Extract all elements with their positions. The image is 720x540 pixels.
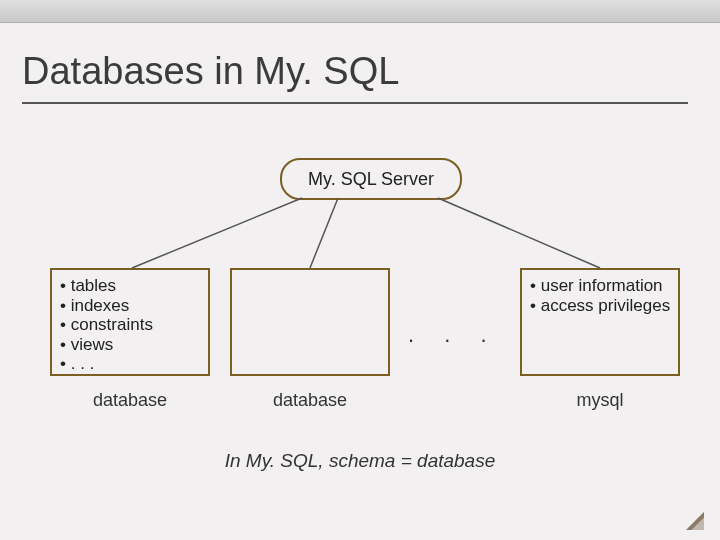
list-item: user information (530, 276, 676, 296)
window-topbar (0, 0, 720, 23)
database-box-1: tables indexes constraints views . . . (50, 268, 210, 376)
title-underline (22, 102, 688, 104)
slide-title: Databases in My. SQL (22, 50, 399, 93)
svg-line-0 (132, 198, 302, 268)
svg-line-1 (310, 198, 338, 268)
page-turn-icon (686, 512, 704, 530)
list-item: access privileges (530, 296, 676, 316)
mysql-box-label: mysql (520, 390, 680, 411)
list-item: views (60, 335, 206, 355)
database-box-2 (230, 268, 390, 376)
mysql-box: user information access privileges (520, 268, 680, 376)
list-item: . . . (60, 354, 206, 374)
svg-line-2 (438, 198, 600, 268)
ellipsis-icon: . . . (408, 322, 499, 348)
database-box-1-label: database (50, 390, 210, 411)
server-node: My. SQL Server (280, 158, 462, 200)
list-item: constraints (60, 315, 206, 335)
mysql-box-list: user information access privileges (524, 276, 676, 315)
list-item: indexes (60, 296, 206, 316)
slide-caption: In My. SQL, schema = database (0, 450, 720, 472)
list-item: tables (60, 276, 206, 296)
database-box-1-list: tables indexes constraints views . . . (54, 276, 206, 374)
database-box-2-label: database (230, 390, 390, 411)
